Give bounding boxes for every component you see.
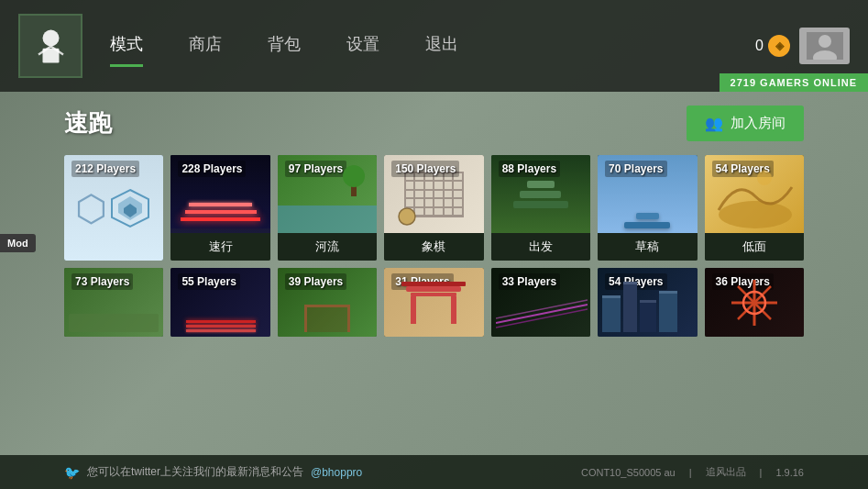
svg-line-21 (496, 309, 588, 328)
player-count-b1: 73 Players (71, 273, 133, 290)
map-card-suxing[interactable]: 228 Players 速行 (170, 155, 269, 261)
cell (406, 191, 414, 198)
cell (425, 191, 434, 198)
cell (425, 208, 434, 216)
cell (406, 182, 414, 189)
map-name-dimian: 低面 (705, 233, 804, 261)
section-title: 速跑 (64, 107, 112, 139)
player-count-b3: 39 Players (285, 273, 346, 290)
footer-left: 🐦 您可以在twitter上关注我们的最新消息和公告 @bhoppro (64, 464, 362, 480)
map-name-xiangqi: 象棋 (384, 233, 483, 261)
svg-point-13 (719, 201, 792, 228)
nav-item-mode[interactable]: 模式 (110, 33, 143, 60)
map-thumb-b5: 33 Players (491, 268, 590, 337)
map-card-heliu[interactable]: 97 Players 河流 (278, 155, 377, 261)
map-card-dimian[interactable]: 54 Players 低面 (705, 155, 804, 261)
svg-rect-16 (411, 293, 456, 296)
platform (527, 181, 555, 188)
b7-logo (727, 275, 782, 330)
map-card-b3[interactable]: 39 Players (278, 268, 377, 337)
map-thumb-b6: 54 Players (598, 268, 697, 337)
map-name-heliu: 河流 (278, 233, 377, 261)
map-card-b7[interactable]: 36 Players (705, 268, 804, 337)
nav-item-backpack[interactable]: 背包 (268, 33, 301, 60)
map-card-b5[interactable]: 33 Players (491, 268, 590, 337)
cell (445, 182, 453, 189)
building (623, 282, 637, 332)
cell (454, 182, 462, 189)
cell (434, 199, 443, 206)
footer-right: CONT10_S50005 au | 追风出品 | 1.9.16 (581, 465, 804, 479)
dimian-terrain (709, 160, 801, 228)
map-card-caogao[interactable]: 70 Players 草稿 (598, 155, 697, 261)
map-thumb-dimian: 54 Players (705, 155, 804, 233)
svg-point-0 (42, 29, 59, 46)
map-thumb-suxing: 228 Players (170, 155, 269, 233)
building (640, 300, 656, 332)
maps-row-2: 73 Players 55 Players 39 Players (64, 268, 804, 337)
coin-count: 0 (755, 38, 764, 54)
cell (445, 199, 453, 206)
logo (18, 14, 82, 78)
map-thumb-heliu: 97 Players (278, 155, 377, 233)
b1-detail (69, 314, 159, 332)
heliu-tree (335, 160, 372, 196)
player-count-suxing: 228 Players (178, 161, 246, 177)
player-count-chufa: 88 Players (499, 161, 560, 177)
map-card-xinqing[interactable]: 212 Players 心情 (64, 155, 163, 261)
platform-large (624, 222, 670, 228)
coin-icon: ◈ (768, 35, 790, 57)
cell (454, 199, 462, 206)
map-thumb-b2: 55 Players (170, 268, 269, 337)
player-count-b2: 55 Players (178, 273, 239, 290)
map-card-b4[interactable]: 31 Players (384, 268, 483, 337)
online-badge: 2719 GAMERS ONLINE (720, 73, 868, 92)
svg-line-22 (496, 300, 588, 318)
cell (454, 191, 462, 198)
b5-lines (496, 295, 588, 332)
building (602, 295, 621, 332)
player-count-b5: 33 Players (499, 273, 560, 290)
map-card-chufa[interactable]: 88 Players 出发 (491, 155, 590, 261)
nav-item-shop[interactable]: 商店 (189, 33, 222, 60)
map-thumb-xinqing: 212 Players (64, 155, 163, 261)
chess-piece (398, 207, 416, 226)
coin-area: 0 ◈ (755, 35, 790, 57)
svg-rect-19 (401, 282, 466, 286)
map-thumb-b3: 39 Players (278, 268, 377, 337)
chufa-platforms (513, 181, 568, 208)
nav-item-settings[interactable]: 设置 (346, 33, 379, 60)
join-icon: 👥 (705, 115, 723, 132)
cell (434, 182, 443, 189)
cs-logo-icon (30, 26, 71, 67)
svg-line-20 (496, 305, 588, 323)
cell (454, 208, 462, 216)
svg-rect-17 (411, 296, 416, 324)
nav-right: 0 ◈ 2719 GAMERS ONLINE (755, 28, 850, 64)
footer-twitter-handle: @bhoppro (311, 466, 362, 479)
cell (415, 199, 423, 206)
suxing-line-3 (189, 203, 252, 206)
map-card-xiangqi[interactable]: 150 Players 象棋 (384, 155, 483, 261)
suxing-line-1 (181, 217, 260, 221)
map-card-b6[interactable]: 54 Players (598, 268, 697, 337)
map-name-chufa: 出发 (491, 233, 590, 261)
join-room-button[interactable]: 👥 加入房间 (687, 106, 804, 141)
map-name-caogao: 草稿 (598, 233, 697, 261)
b2-tracks (186, 320, 256, 332)
footer-divider: | (689, 467, 692, 478)
platform (520, 191, 561, 198)
svg-point-5 (819, 35, 831, 48)
track (186, 329, 256, 332)
footer-twitter-text: 您可以在twitter上关注我们的最新消息和公告 (87, 464, 303, 480)
main-content: 速跑 👥 加入房间 212 Players 心情 228 Players (0, 92, 868, 358)
track (186, 325, 256, 328)
map-card-b2[interactable]: 55 Players (170, 268, 269, 337)
b3-gate (304, 305, 350, 332)
map-card-b1[interactable]: 73 Players (64, 268, 163, 337)
nav-item-exit[interactable]: 退出 (425, 33, 458, 60)
player-count-xinqing: 212 Players (71, 161, 139, 177)
avatar-image (807, 32, 843, 60)
b6-buildings (602, 272, 692, 332)
cell (445, 208, 453, 216)
